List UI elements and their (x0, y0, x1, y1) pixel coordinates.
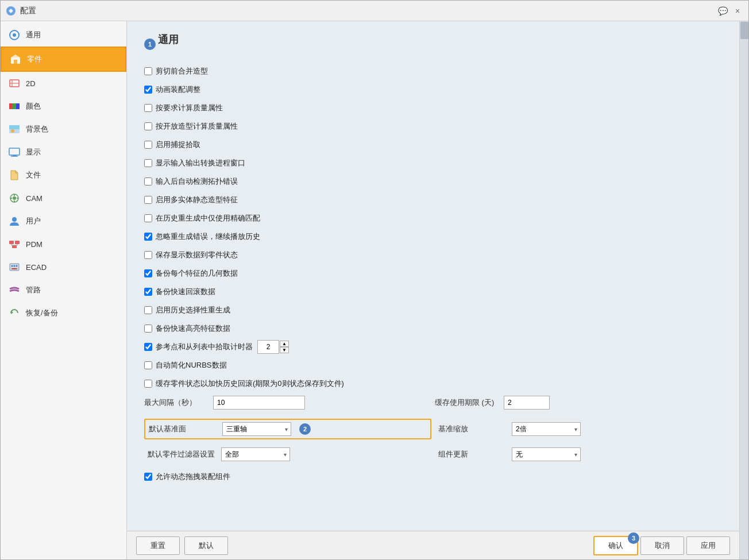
sidebar-item-color[interactable]: 颜色 (1, 95, 126, 118)
svg-point-35 (16, 265, 18, 267)
checkbox-cb7[interactable] (144, 177, 152, 186)
cam-icon (7, 191, 21, 205)
timer-up-btn[interactable]: ▲ (280, 341, 289, 347)
sidebar-label-user: 用户 (26, 216, 41, 226)
checkbox-cache[interactable] (144, 380, 152, 388)
component-update-select[interactable]: 无 自动 手动 (512, 447, 581, 461)
label-cb1[interactable]: 剪切前合并造型 (144, 66, 208, 76)
checkbox-cb12[interactable] (144, 269, 152, 277)
file-icon (7, 168, 21, 182)
chat-button[interactable]: 💬 (716, 5, 729, 17)
ecad-icon (7, 260, 21, 274)
default-filter-label: 默认零件过滤器设置 (148, 449, 217, 459)
label-cb2[interactable]: 动画装配调整 (144, 84, 200, 95)
checkbox-cb2[interactable] (144, 86, 152, 94)
checkbox-cb10[interactable] (144, 233, 152, 241)
checkbox-allow-drag[interactable] (144, 473, 152, 481)
label-allow-drag[interactable]: 允许动态拖拽装配组件 (144, 472, 230, 482)
label-cb11[interactable]: 保存显示数据到零件状态 (144, 250, 238, 260)
label-auto-simplify[interactable]: 自动简化NURBS数据 (144, 360, 227, 370)
base-scale-select[interactable]: 1倍 2倍 3倍 4倍 (512, 422, 581, 436)
label-cb3[interactable]: 按要求计算质量属性 (144, 103, 223, 113)
checkbox-timer[interactable] (144, 343, 152, 351)
checkbox-cb4[interactable] (144, 122, 152, 130)
label-cb5[interactable]: 启用捕捉拾取 (144, 140, 200, 150)
window-title: 配置 (20, 6, 716, 16)
label-cb7[interactable]: 输入后自动检测拓扑错误 (144, 176, 238, 187)
timer-value-input[interactable] (258, 341, 279, 353)
checkbox-cb9[interactable] (144, 214, 152, 222)
timer-down-btn[interactable]: ▼ (280, 347, 289, 353)
svg-rect-11 (16, 103, 20, 109)
label-timer[interactable]: 参考点和从列表中拾取计时器 (144, 342, 253, 352)
svg-marker-4 (11, 55, 20, 57)
settings-row-cb6: 显示输入输出转换进程窗口 (144, 156, 722, 171)
label-cb8[interactable]: 启用多实体静态造型特征 (144, 195, 238, 205)
checkbox-cb13[interactable] (144, 288, 152, 296)
checkbox-cb15[interactable] (144, 325, 152, 333)
bottom-bar: 重置 默认 确认 3 取消 应用 (127, 531, 739, 559)
default-plane-label: 默认基准面 (149, 424, 218, 434)
label-cb4[interactable]: 按开放造型计算质量属性 (144, 121, 238, 132)
checkbox-cb8[interactable] (144, 196, 152, 204)
checkbox-cb5[interactable] (144, 141, 152, 149)
confirm-button[interactable]: 确认 3 (593, 536, 638, 555)
cancel-button[interactable]: 取消 (640, 536, 684, 555)
sidebar-item-pipe[interactable]: 管路 (1, 279, 126, 302)
sidebar-item-file[interactable]: 文件 (1, 164, 126, 187)
sidebar-item-general[interactable]: 通用 (1, 24, 126, 47)
sidebar-item-parts[interactable]: 零件 (1, 47, 126, 72)
sidebar-item-ecad[interactable]: ECAD (1, 256, 126, 279)
svg-rect-26 (15, 241, 20, 244)
sidebar-item-2d[interactable]: 2D (1, 72, 126, 95)
checkbox-cb1[interactable] (144, 67, 152, 75)
svg-rect-36 (11, 268, 17, 269)
label-cb15[interactable]: 备份快速高亮特征数据 (144, 323, 230, 334)
default-button[interactable]: 默认 (184, 536, 228, 555)
settings-row-cb5: 启用捕捉拾取 (144, 137, 722, 152)
sidebar-item-user[interactable]: 用户 (1, 210, 126, 233)
settings-row-cb1: 剪切前合并造型 (144, 64, 722, 79)
sidebar-item-display[interactable]: 显示 (1, 141, 126, 164)
checkbox-cb3[interactable] (144, 104, 152, 112)
form-row-cache-period: 缓存使用期限 (天) (435, 395, 722, 411)
sidebar-label-display: 显示 (26, 147, 41, 157)
cache-period-input[interactable] (504, 396, 550, 410)
label-cache[interactable]: 缓存零件状态以加快历史回滚(期限为0则状态保存到文件) (144, 379, 344, 389)
sidebar-label-pdm: PDM (26, 240, 43, 249)
label-cb9[interactable]: 在历史重生成中仅使用精确匹配 (144, 213, 260, 223)
form-row-max-interval: 最大间隔（秒） (144, 395, 431, 411)
apply-button[interactable]: 应用 (686, 536, 730, 555)
sidebar-item-pdm[interactable]: PDM (1, 233, 126, 256)
cache-period-label: 缓存使用期限 (天) (435, 397, 504, 408)
checkbox-auto-simplify[interactable] (144, 361, 152, 369)
svg-rect-25 (9, 241, 14, 244)
settings-row-cb14: 启用历史选择性重生成 (144, 303, 722, 318)
settings-row-cb2: 动画装配调整 (144, 82, 722, 97)
label-cb13[interactable]: 备份快速回滚数据 (144, 287, 215, 297)
sidebar-item-bgcolor[interactable]: 背景色 (1, 118, 126, 141)
settings-row-cb11: 保存显示数据到零件状态 (144, 248, 722, 262)
max-interval-input[interactable] (213, 396, 305, 410)
close-button[interactable]: × (731, 5, 744, 17)
scrollbar-thumb[interactable] (740, 22, 748, 39)
default-filter-select-wrap: 全部 装配 零件 (221, 447, 290, 461)
label-cb10[interactable]: 忽略重生成错误，继续播放历史 (144, 231, 260, 242)
sidebar-item-cam[interactable]: CAM (1, 187, 126, 210)
sidebar: 通用 零件 (1, 21, 127, 559)
label-cb6[interactable]: 显示输入输出转换进程窗口 (144, 158, 245, 168)
checkbox-cb14[interactable] (144, 306, 152, 314)
2d-icon (7, 76, 21, 90)
display-icon (7, 145, 21, 159)
sidebar-item-restore[interactable]: 恢复/备份 (1, 302, 126, 325)
reset-button[interactable]: 重置 (136, 536, 180, 555)
label-cb14[interactable]: 启用历史选择性重生成 (144, 305, 230, 315)
checkbox-cb6[interactable] (144, 159, 152, 167)
default-filter-select[interactable]: 全部 装配 零件 (221, 447, 290, 461)
label-cb12[interactable]: 备份每个特征的几何数据 (144, 268, 238, 279)
checkbox-cb11[interactable] (144, 251, 152, 259)
settings-row-cb9: 在历史重生成中仅使用精确匹配 (144, 211, 722, 226)
svg-rect-27 (12, 245, 17, 248)
default-plane-select[interactable]: 三重轴 XY平面 XZ平面 YZ平面 (222, 422, 291, 436)
settings-row-cb7: 输入后自动检测拓扑错误 (144, 174, 722, 189)
